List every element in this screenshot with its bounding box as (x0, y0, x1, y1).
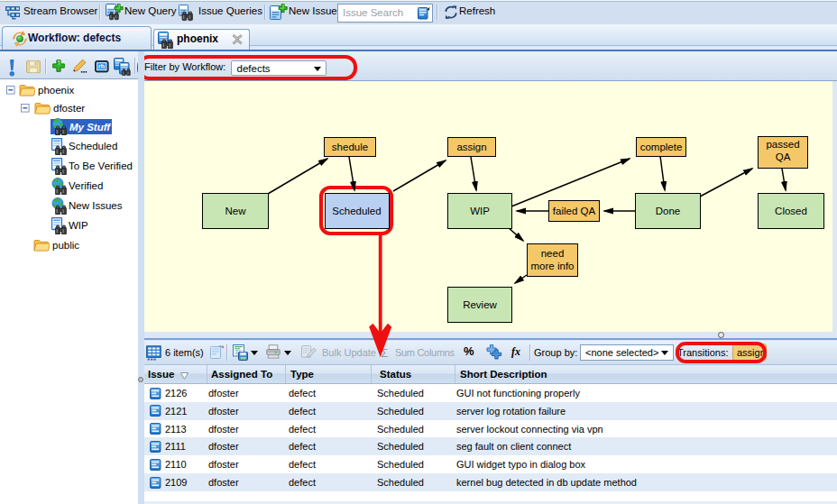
svg-text:passed: passed (766, 139, 799, 150)
svg-text:need: need (541, 248, 565, 259)
svg-text:assign: assign (456, 142, 486, 152)
svg-text:WIP: WIP (470, 206, 490, 216)
svg-text:failed QA: failed QA (553, 206, 596, 216)
svg-text:more info: more info (531, 261, 575, 271)
svg-text:Closed: Closed (775, 206, 807, 216)
svg-text:Done: Done (656, 206, 681, 216)
svg-text:Scheduled: Scheduled (332, 206, 381, 216)
svg-text:Review: Review (463, 299, 497, 310)
svg-text:shedule: shedule (332, 142, 368, 152)
svg-text:New: New (225, 206, 246, 216)
svg-text:complete: complete (640, 142, 683, 152)
svg-text:QA: QA (776, 151, 791, 162)
